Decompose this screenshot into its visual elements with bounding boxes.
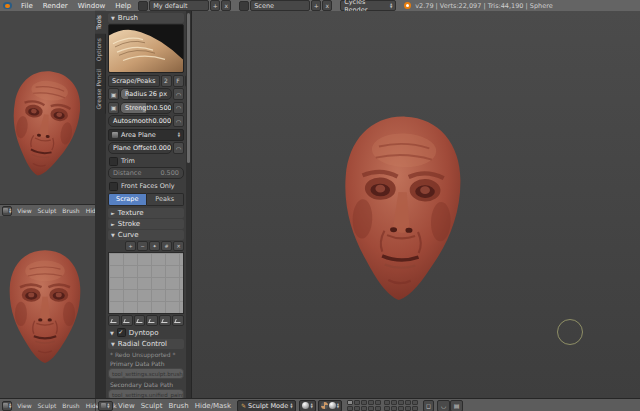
zoom-in-icon[interactable]: + [125,241,136,251]
primary-data-path-field[interactable]: tool_settings.sculpt.brush.size [108,368,184,379]
layer-toggle[interactable] [361,406,367,411]
layer-toggle[interactable] [405,406,411,411]
scene-select[interactable]: Scene [250,0,310,11]
trim-checkbox[interactable] [109,157,118,166]
autosmooth-pressure-toggle-icon[interactable]: ◠ [173,115,184,127]
layer-toggle[interactable] [384,400,390,405]
scene-icon[interactable] [239,1,249,11]
stroke-panel-header[interactable]: Stroke [108,219,184,229]
sculpt-menu[interactable]: Sculpt [35,207,60,214]
strength-pressure-toggle-icon[interactable]: ◠ [173,102,184,114]
autosmooth-slider[interactable]: Autosmooth 0.000 [108,115,172,127]
layer-toggle[interactable] [384,406,390,411]
tab-tools[interactable]: Tools [95,11,106,34]
layer-toggle[interactable] [405,400,411,405]
layer-toggle[interactable] [354,400,360,405]
tab-grease-pencil[interactable]: Grease Pencil [95,65,106,114]
unified-strength-toggle-icon[interactable]: ▣ [108,102,119,114]
dyntopo-checkbox[interactable] [117,328,126,337]
layer-toggle[interactable] [347,406,353,411]
layer-toggle[interactable] [368,400,374,405]
brush-menu[interactable]: Brush [59,402,82,409]
brush-users-button[interactable]: 2 [161,75,172,87]
layer-toggle[interactable] [354,406,360,411]
strength-slider[interactable]: Strength 0.500 [120,102,172,114]
mode-select[interactable]: ✎ Sculpt Mode [237,400,296,411]
sculpt-menu[interactable]: Sculpt [35,402,60,409]
layer-toggle[interactable] [375,400,381,405]
tool-shelf-scrollbar[interactable] [186,11,191,398]
radius-slider[interactable]: Radius 26 px [120,88,172,100]
curve-preset-icon[interactable] [146,315,158,326]
layer-toggle[interactable] [391,400,397,405]
curve-tools-icon[interactable]: ✦ [149,241,160,251]
brush-preview[interactable] [108,24,184,73]
curve-preset-icon[interactable] [134,315,146,326]
layer-toggle[interactable] [398,406,404,411]
curve-widget[interactable] [108,252,184,314]
front-faces-checkbox[interactable] [109,182,118,191]
brush-menu[interactable]: Brush [59,207,82,214]
menu-render[interactable]: Render [38,2,73,10]
secondary-data-path-field[interactable]: tool_settings.unified_paint_setting... [108,389,184,398]
layer-toggle[interactable] [412,406,418,411]
layer-toggle[interactable] [347,400,353,405]
hide-mask-menu[interactable]: Hide/Mask [192,402,234,410]
screen-layout-icon[interactable] [138,1,148,11]
curve-panel-header[interactable]: Curve [108,230,184,240]
brush-menu[interactable]: Brush [166,402,192,410]
viewport-shading-select[interactable] [299,400,315,411]
clipping-icon[interactable]: # [161,241,172,251]
close-layout-button[interactable]: x [221,0,231,11]
view-menu[interactable]: View [14,207,34,214]
layer-toggle[interactable] [375,406,381,411]
add-scene-button[interactable]: + [311,0,321,11]
pivot-select[interactable] [318,400,342,411]
editor-type-button[interactable] [2,401,12,411]
delete-point-icon[interactable]: ✕ [173,241,184,251]
tab-options[interactable]: Options [95,34,106,65]
viewport-top-left[interactable] [0,11,96,204]
curve-preset-icon[interactable] [121,315,133,326]
close-scene-button[interactable]: x [322,0,332,11]
unified-radius-toggle-icon[interactable]: ▣ [108,88,119,100]
editor-type-button[interactable] [2,206,12,216]
layer-toggle[interactable] [391,406,397,411]
brush-panel-header[interactable]: Brush [108,13,184,23]
texture-panel-header[interactable]: Texture [108,208,184,218]
view-menu[interactable]: View [115,402,138,410]
menu-help[interactable]: Help [110,2,136,10]
plane-offset-pressure-toggle-icon[interactable]: ◠ [173,142,184,154]
plane-offset-slider[interactable]: Plane Offset 0.000 [108,142,172,154]
lock-camera-icon[interactable]: ◻ [423,400,434,411]
curve-preset-icon[interactable] [108,315,120,326]
sculpt-menu[interactable]: Sculpt [138,402,166,410]
view-menu[interactable]: View [14,402,34,409]
curve-preset-icon[interactable] [172,315,184,326]
radius-pressure-toggle-icon[interactable]: ◠ [173,88,184,100]
menu-file[interactable]: File [16,2,38,10]
blender-logo-icon[interactable] [3,2,12,9]
brush-name-field[interactable]: Scrape/Peaks [108,75,160,87]
screen-layout-select[interactable]: My default [149,0,209,11]
layer-toggle[interactable] [368,406,374,411]
render-engine-select[interactable]: Cycles Render [340,0,396,11]
distance-slider[interactable]: Distance 0.500 [108,167,184,179]
add-layout-button[interactable]: + [210,0,220,11]
layer-toggle[interactable] [361,400,367,405]
layer-toggle[interactable] [398,400,404,405]
curve-preset-icon[interactable] [159,315,171,326]
editor-type-button[interactable] [98,401,113,411]
zoom-out-icon[interactable]: − [137,241,148,251]
direction-peaks-button[interactable]: Peaks [147,193,185,206]
layer-toggle[interactable] [412,400,418,405]
viewport-bottom-left[interactable] [0,216,96,398]
fake-user-button[interactable]: F [173,75,184,87]
menu-window[interactable]: Window [73,2,111,10]
radial-control-panel-header[interactable]: Radial Control [108,339,184,349]
dyntopo-panel-header[interactable]: Dyntopo [108,328,184,337]
render-ogl-icon[interactable]: ▤ [450,400,463,411]
direction-scrape-button[interactable]: Scrape [108,193,147,206]
snap-magnet-icon[interactable]: ◡ [437,400,450,411]
sculpt-plane-select[interactable]: Area Plane [108,129,184,141]
